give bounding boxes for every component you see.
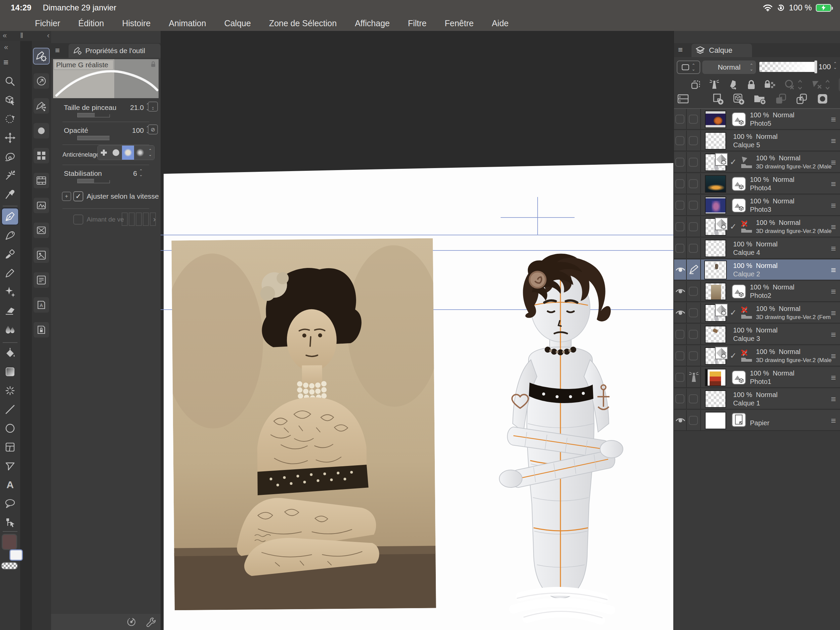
edit-target-toggle[interactable] [689,136,698,145]
menu-fenetre[interactable]: Fenêtre [445,19,474,28]
layer-handle-icon[interactable]: ≡ [831,244,836,254]
menu-fichier[interactable]: Fichier [35,19,60,28]
antialias-stepper[interactable]: ⌃⌄ [146,146,154,160]
menu-animation[interactable]: Animation [169,19,206,28]
collapse-toolprop-icon[interactable]: ‹ [47,31,49,40]
layer-thumbnail[interactable] [705,261,726,279]
layer-thumbnail[interactable] [705,240,726,257]
rotate-view-tool[interactable] [2,111,18,127]
edit-target-toggle[interactable] [689,416,698,425]
layer-row-photo5[interactable]: 100 % NormalPhoto5 ≡ [674,109,840,130]
layer-handle-icon[interactable]: ≡ [831,200,836,211]
edit-target-toggle[interactable] [689,287,698,296]
layer-handle-icon[interactable]: ≡ [831,351,836,361]
edit-target-toggle[interactable] [689,351,698,360]
toolbar-menu-icon[interactable]: ≡ [3,57,8,68]
visibility-toggle[interactable] [675,158,684,167]
layer-row-calque1[interactable]: 100 % NormalCalque 1 ≡ [674,389,840,410]
correct-line-tool[interactable] [2,514,18,530]
layer-row-photo2[interactable]: 100 % NormalPhoto2 ≡ [674,281,840,302]
toolbar-collapse-icon[interactable]: « [4,43,8,52]
brush-stroke-preview[interactable]: Plume G réaliste [53,59,159,98]
sub-tool-detail-palette-icon[interactable] [33,98,49,114]
fill-bucket-tool[interactable] [2,345,18,361]
edit-target-toggle[interactable] [689,158,698,167]
opacity-value[interactable]: 100 [125,127,144,135]
edit-target-toggle[interactable] [689,244,698,253]
layer-thumbnail[interactable] [705,326,726,343]
layer-handle-icon[interactable]: ≡ [831,287,836,297]
tool-property-palette-icon[interactable] [33,48,49,64]
airbrush-tool[interactable] [2,265,18,281]
visibility-toggle[interactable] [675,373,684,382]
visibility-toggle[interactable] [675,136,684,145]
lock-transparent-pixels-icon[interactable] [764,79,775,90]
brush-size-slider[interactable] [77,113,109,117]
frame-border-tool[interactable] [2,439,18,455]
layer-panel-menu-icon[interactable]: ≡ [678,45,683,54]
layer-row-3d-male-2[interactable]: ✓ ✕ 100 % Normal3D drawing figure-Ver.2 … [674,217,840,237]
layer-handle-icon[interactable]: ≡ [831,329,836,340]
auto-select-wand-tool[interactable] [2,168,18,184]
blend-tool[interactable] [2,321,18,337]
new-layer-by-type-icon[interactable] [733,93,745,105]
tool-property-menu-icon[interactable]: ≡ [55,46,60,55]
layer-thumbnail[interactable] [705,175,726,193]
layer-handle-icon[interactable]: ≡ [831,265,836,275]
layer-row-3d-male-3[interactable]: ✓ ✕ 100 % Normal3D drawing figure-Ver.2 … [674,346,840,366]
eye-icon[interactable] [675,416,685,424]
layer-thumbnail[interactable] [705,132,726,150]
layer-handle-icon[interactable]: ≡ [831,157,836,168]
left-panel-handle-icon[interactable]: ‖ [20,31,23,40]
menu-edition[interactable]: Édition [78,19,104,28]
polyline-tool[interactable] [2,458,18,474]
layer-thumbnail[interactable] [705,111,726,128]
visibility-toggle[interactable] [675,201,684,210]
layer-thumbnail[interactable] [705,412,726,429]
color-set-palette-icon[interactable] [33,148,49,163]
eyedropper-tool[interactable] [2,186,18,203]
edit-target-toggle[interactable] [689,330,698,339]
information-palette-icon[interactable] [33,272,49,288]
merge-down-icon[interactable] [796,93,808,105]
layer-opacity-stepper[interactable]: ⌃⌄ [833,62,837,69]
menu-aide[interactable]: Aide [492,19,509,28]
layer-thumbnail[interactable] [705,369,726,386]
layer-thumbnail[interactable] [705,283,726,300]
ellipse-tool[interactable] [2,420,18,436]
lock-layer-icon[interactable] [747,79,756,90]
navigator-palette-icon[interactable] [33,223,49,238]
brush-size-value[interactable]: 21.0 [122,103,144,112]
palette-dock-icon[interactable] [677,93,689,104]
opacity-slider[interactable] [77,136,109,140]
layer-handle-icon[interactable]: ≡ [831,394,836,404]
clip-to-layer-below-icon[interactable] [691,80,701,90]
menu-zone-de-selection[interactable]: Zone de Sélection [269,19,337,28]
eye-icon[interactable] [675,287,685,295]
sub-color-swatch[interactable] [9,549,23,561]
layer-row-calque3[interactable]: 100 % NormalCalque 3 ≡ [674,324,840,345]
layer-row-calque5[interactable]: 100 % NormalCalque 5 ≡ [674,130,840,151]
layer-color-button[interactable]: ⌃⌄ [838,78,840,92]
visibility-toggle[interactable] [675,222,684,231]
layer-handle-icon[interactable]: ≡ [831,114,836,125]
visibility-toggle[interactable] [675,244,684,253]
balloon-tool[interactable] [2,495,18,512]
zoom-tool[interactable] [2,73,18,89]
stroke-history-icon[interactable] [126,617,136,627]
edit-target-toggle[interactable] [689,179,698,188]
antialias-none-option[interactable] [98,146,110,160]
eye-icon[interactable] [675,266,685,274]
layer-handle-icon[interactable]: ≡ [831,416,836,426]
stabilization-stepper[interactable]: ⌃⌄ [139,169,143,176]
pencil-tool[interactable] [2,227,18,244]
collapse-left-panel-icon[interactable]: « [3,31,7,40]
wrench-settings-icon[interactable] [146,617,156,627]
auto-action-palette-icon[interactable] [33,73,49,89]
menu-filtre[interactable]: Filtre [408,19,427,28]
eraser-tool[interactable] [2,302,18,319]
edit-target-toggle[interactable] [689,308,698,317]
edit-target-toggle[interactable] [689,115,698,124]
antialias-weak-option[interactable] [110,146,122,160]
add-to-quickaccess-button[interactable]: + [62,192,71,201]
